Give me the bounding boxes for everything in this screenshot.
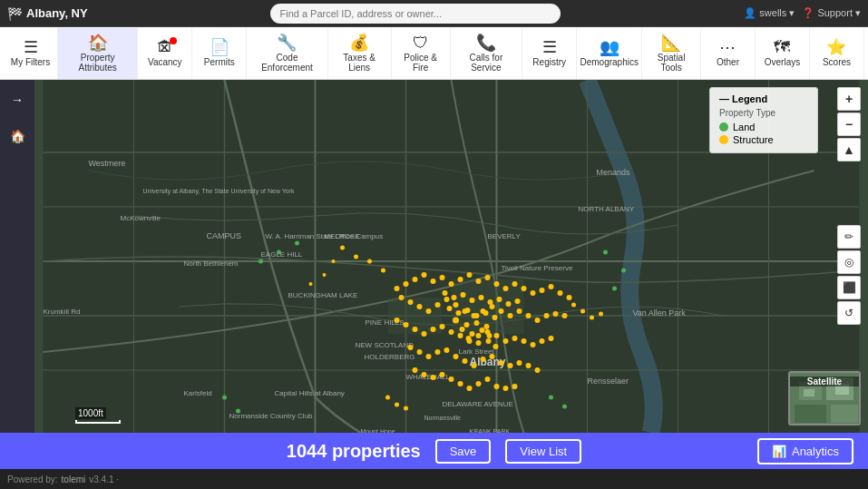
svg-text:Tivoli Nature Preserve: Tivoli Nature Preserve <box>502 264 573 272</box>
overlays-icon: 🗺 <box>774 39 790 55</box>
police-fire-label: Police & Fire <box>397 53 444 73</box>
svg-text:BEVERLY: BEVERLY <box>488 232 522 240</box>
svg-text:North Bethlehem: North Bethlehem <box>184 259 239 268</box>
scale-label: 1000ft <box>75 407 106 419</box>
legend-land: Land <box>719 122 808 132</box>
toolbar-item-other[interactable]: ⋯Other <box>701 28 756 79</box>
my-filters-label: My Filters <box>11 57 50 67</box>
arrow-button[interactable]: → <box>5 87 30 112</box>
my-filters-icon: ☰ <box>24 39 38 55</box>
scale-line <box>75 420 121 424</box>
demographics-label: Demographics <box>580 57 638 67</box>
vacancy-badge <box>170 37 177 44</box>
land-dot <box>719 122 728 132</box>
code-enforcement-label: Code Enforcement <box>252 53 321 73</box>
user-link[interactable]: 👤 swells ▾ <box>744 7 795 19</box>
toolbar-item-overlays[interactable]: 🗺Overlays <box>756 28 810 79</box>
taxes-liens-label: Taxes & Liens <box>334 53 385 73</box>
code-enforcement-icon: 🔧 <box>277 34 297 51</box>
property-count: 1044 properties <box>287 441 421 462</box>
svg-text:EAGLE HILL: EAGLE HILL <box>261 250 303 259</box>
registry-icon: ☰ <box>542 39 557 55</box>
svg-text:University at Albany, The Stat: University at Albany, The State Universi… <box>143 188 296 195</box>
draw-tool-button[interactable]: ✏ <box>837 225 861 249</box>
other-icon: ⋯ <box>719 39 736 55</box>
svg-rect-15 <box>452 279 524 334</box>
home-button[interactable]: 🏠 <box>5 123 30 149</box>
circle-tool-button[interactable]: ◎ <box>837 250 861 274</box>
toolbar-item-vacancy[interactable]: 🏚Vacancy <box>138 28 192 79</box>
satellite-label: Satellite <box>790 377 859 386</box>
scores-label: Scores <box>823 57 851 67</box>
map-tools: ✏ ◎ ⬛ ↺ <box>837 225 861 325</box>
svg-text:Krumkill Rd: Krumkill Rd <box>44 308 81 316</box>
spatial-tools-icon: 📐 <box>661 34 681 51</box>
svg-text:WHALEHALL: WHALEHALL <box>406 373 451 381</box>
footer: Powered by: tolemi v3.4.1 · <box>0 469 868 489</box>
toolbar-item-property-attributes[interactable]: 🏠Property Attributes <box>58 28 138 79</box>
svg-text:Westmere: Westmere <box>89 159 126 168</box>
calls-service-icon: 📞 <box>476 34 496 51</box>
police-fire-icon: 🛡 <box>413 34 429 51</box>
svg-text:Karlsfeld: Karlsfeld <box>184 389 212 397</box>
search-input[interactable] <box>270 4 561 24</box>
toolbar-item-spatial-tools[interactable]: 📐Spatial Tools <box>642 28 701 79</box>
brand-link[interactable]: tolemi <box>62 474 86 484</box>
toolbar-item-permits[interactable]: 📄Permits <box>192 28 247 79</box>
toolbar-item-demographics[interactable]: 👥Demographics <box>577 28 642 79</box>
vacancy-icon: 🏚 <box>157 39 173 55</box>
registry-label: Registry <box>532 57 566 67</box>
view-list-button[interactable]: View List <box>505 439 581 464</box>
toolbar-item-my-filters[interactable]: ☰My Filters <box>4 28 58 79</box>
svg-text:McKownville: McKownville <box>121 214 161 222</box>
svg-text:HOLDERBERG: HOLDERBERG <box>365 353 415 361</box>
zoom-in-button[interactable]: + <box>837 87 861 111</box>
analytics-icon: 📊 <box>772 445 786 458</box>
reset-north-button[interactable]: ▲ <box>837 138 861 161</box>
rectangle-tool-button[interactable]: ⬛ <box>837 276 861 299</box>
city-name: Albany, NY <box>26 6 88 20</box>
powered-by-text: Powered by: <box>7 474 58 484</box>
toolbar-item-code-enforcement[interactable]: 🔧Code Enforcement <box>247 28 327 79</box>
legend: — Legend Property Type Land Structure <box>709 87 818 153</box>
taxes-liens-icon: 💰 <box>349 34 369 51</box>
analytics-button[interactable]: 📊 Analytics <box>757 438 853 465</box>
logo-area: 🏁 Albany, NY <box>7 6 88 21</box>
svg-text:NEW SCOTLAND: NEW SCOTLAND <box>356 341 414 349</box>
svg-text:DELAWARE AVENUE: DELAWARE AVENUE <box>443 400 513 408</box>
satellite-thumbnail[interactable]: Satellite <box>788 371 861 425</box>
save-button[interactable]: Save <box>435 439 492 464</box>
svg-text:W. A. Harriman State Office Ca: W. A. Harriman State Office Campus <box>266 232 384 240</box>
search-bar[interactable] <box>270 4 561 24</box>
svg-rect-186 <box>804 389 814 396</box>
svg-text:NORTH ALBANY: NORTH ALBANY <box>579 205 635 213</box>
svg-rect-14 <box>388 298 443 334</box>
svg-text:Rensselaer: Rensselaer <box>588 377 629 386</box>
toolbar-item-taxes-liens[interactable]: 💰Taxes & Liens <box>328 28 392 79</box>
svg-text:BUCKINGHAM LAKE: BUCKINGHAM LAKE <box>288 291 358 299</box>
version-text: v3.4.1 · <box>89 474 119 484</box>
bottom-bar: 1044 properties Save View List 📊 Analyti… <box>0 433 868 469</box>
toolbar-item-police-fire[interactable]: 🛡Police & Fire <box>392 28 451 79</box>
svg-text:Menands: Menands <box>597 168 631 177</box>
legend-property-type: Property Type <box>719 108 808 118</box>
toolbar-item-calls-service[interactable]: 📞Calls for Service <box>451 28 523 79</box>
svg-rect-184 <box>795 405 826 423</box>
zoom-out-button[interactable]: − <box>837 112 861 136</box>
property-attributes-label: Property Attributes <box>63 53 132 73</box>
overlays-label: Overlays <box>765 57 800 67</box>
side-panel: → 🏠 <box>0 80 34 433</box>
toolbar-item-scores[interactable]: ⭐Scores <box>810 28 864 79</box>
structure-label: Structure <box>733 134 774 145</box>
support-link[interactable]: ❓ Support ▾ <box>802 7 861 19</box>
svg-text:Lark Street: Lark Street <box>459 347 495 356</box>
vacancy-label: Vacancy <box>148 57 182 67</box>
toolbar-item-registry[interactable]: ☰Registry <box>522 28 577 79</box>
legend-title: — Legend <box>719 93 808 104</box>
property-attributes-icon: 🏠 <box>88 34 108 51</box>
land-label: Land <box>733 122 755 132</box>
user-area: 👤 swells ▾ ❓ Support ▾ <box>744 7 861 19</box>
map-container[interactable]: Westmere McKownville North Bethlehem CAM… <box>34 80 868 433</box>
demographics-icon: 👥 <box>600 39 619 55</box>
undo-tool-button[interactable]: ↺ <box>837 301 861 325</box>
